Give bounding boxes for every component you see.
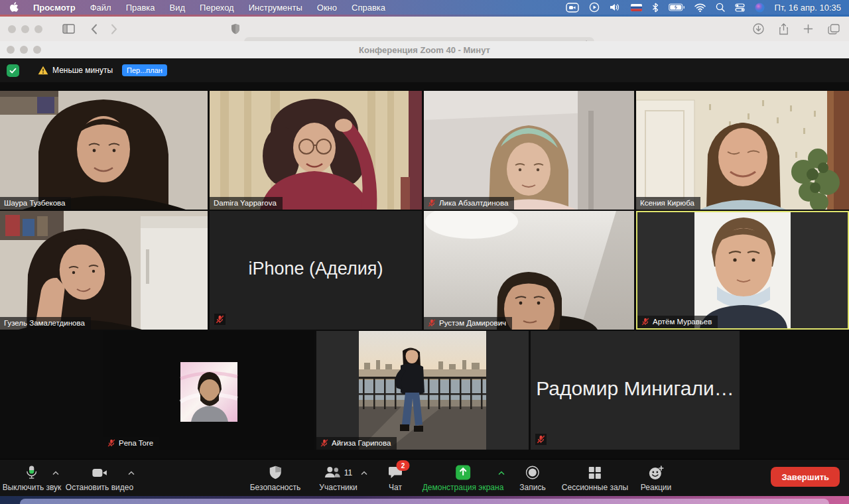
siri-icon[interactable] (755, 3, 765, 13)
menu-edit[interactable]: Правка (126, 3, 155, 13)
stop-video-button[interactable]: Остановить видео (62, 464, 137, 493)
share-screen-button[interactable]: Демонстрация экрана (419, 464, 508, 493)
video-tile[interactable]: Damira Yapparova (210, 91, 422, 210)
video-tile[interactable]: Рустэм Дамирович (424, 211, 634, 330)
privacy-shield-icon[interactable] (231, 23, 240, 34)
participant-name-tag: Рустэм Дамирович (424, 317, 512, 330)
video-camera-icon (92, 465, 107, 480)
breakout-rooms-icon (588, 465, 602, 480)
zoom-maximize-button[interactable] (33, 46, 41, 54)
security-shield-icon (269, 465, 281, 480)
forward-icon[interactable] (111, 24, 117, 34)
encryption-shield-icon[interactable] (7, 64, 19, 77)
record-icon (526, 465, 540, 480)
tab-overview-icon[interactable] (828, 24, 840, 34)
participant-name: Damira Yapparova (214, 199, 277, 207)
participant-name: Артём Муравьев (653, 318, 712, 326)
video-tile[interactable]: Ксения Кирюба (636, 91, 849, 210)
video-tile[interactable]: iPhone (Аделия) (210, 211, 422, 330)
video-grid: Шаура Тузбекова (0, 82, 849, 459)
video-feed (0, 211, 208, 330)
zoom-minimize-button[interactable] (20, 46, 28, 54)
mute-options-caret[interactable] (51, 470, 61, 477)
video-feed (0, 91, 208, 210)
microphone-icon (25, 465, 38, 480)
share-screen-icon (456, 465, 471, 480)
desktop-wallpaper-strip (0, 496, 849, 504)
desktop: Просмотр Файл Правка Вид Переход Инструм… (0, 0, 849, 504)
media-play-icon[interactable] (589, 2, 600, 13)
breakout-rooms-button[interactable]: Сессионные залы (558, 464, 632, 493)
menu-window[interactable]: Окно (317, 3, 337, 13)
record-button[interactable]: Запись (515, 464, 549, 493)
profile-photo (316, 331, 529, 450)
sidebar-icon[interactable] (62, 24, 75, 34)
new-tab-icon[interactable] (803, 24, 813, 34)
share-icon[interactable] (779, 23, 789, 35)
participant-name-tag: Ксения Кирюба (636, 197, 700, 210)
participant-name-tag: Гузель Замалетдинова (0, 317, 91, 330)
video-tile[interactable]: Лика Абзалтдинова (424, 91, 634, 210)
menu-go[interactable]: Переход (200, 3, 234, 13)
spotlight-search-icon[interactable] (716, 3, 725, 12)
reactions-button[interactable]: Реакции (637, 464, 675, 493)
participants-icon (324, 466, 342, 479)
mute-button[interactable]: Выключить звук (0, 464, 65, 493)
participant-name: Рустэм Дамирович (439, 319, 506, 327)
chat-unread-badge: 2 (397, 460, 410, 471)
participants-options-caret[interactable] (359, 470, 369, 477)
participants-button[interactable]: 11 Участники (315, 464, 361, 493)
volume-icon[interactable] (610, 3, 621, 12)
menu-help[interactable]: Справка (352, 3, 385, 13)
zoom-window-button[interactable] (34, 25, 42, 33)
muted-mic-icon (214, 314, 226, 325)
bluetooth-icon[interactable] (652, 3, 659, 13)
video-options-caret[interactable] (127, 470, 137, 477)
zoom-window-title: Конференция Zoom 40 - Минут (0, 45, 849, 55)
flag-ru-icon[interactable] (631, 4, 642, 11)
participant-name: Айгиза Гарипова (332, 439, 391, 447)
muted-mic-icon (320, 439, 328, 447)
video-tile[interactable]: Айгиза Гарипова (316, 331, 529, 450)
participant-name: Лика Абзалтдинова (439, 199, 508, 207)
end-meeting-button[interactable]: Завершить (771, 467, 840, 487)
video-tile[interactable]: Радомир Минигали… (531, 331, 740, 450)
control-center-icon[interactable] (735, 3, 745, 12)
video-tile[interactable]: Шаура Тузбекова (0, 91, 208, 210)
participant-name-tag: Damira Yapparova (210, 197, 283, 210)
back-icon[interactable] (91, 24, 98, 34)
video-tile-active-speaker[interactable]: Артём Муравьев (636, 211, 849, 330)
zoom-title-bar: Конференция Zoom 40 - Минут (0, 41, 849, 59)
apple-icon[interactable] (9, 2, 19, 13)
video-feed (424, 211, 634, 330)
zoom-close-button[interactable] (7, 46, 15, 54)
screen-record-icon[interactable] (566, 3, 579, 13)
video-tile[interactable]: Гузель Замалетдинова (0, 211, 208, 330)
participant-display-name: Радомир Минигали… (531, 377, 740, 400)
menu-clock[interactable]: Пт, 16 апр. 10:35 (775, 3, 841, 13)
video-feed (210, 91, 422, 210)
background-window-edge (20, 499, 829, 504)
share-options-caret[interactable] (497, 470, 507, 477)
participant-display-name: iPhone (Аделия) (210, 259, 422, 279)
wifi-icon[interactable] (694, 3, 706, 12)
muted-mic-icon (428, 199, 436, 207)
menu-view[interactable]: Вид (170, 3, 186, 13)
security-button[interactable]: Безопасность (246, 464, 305, 493)
participant-name: Pena Tore (119, 439, 153, 447)
video-tile[interactable]: Pena Tore (103, 331, 314, 450)
menu-file[interactable]: Файл (90, 3, 111, 13)
upgrade-plan-button[interactable]: Пер...план (122, 64, 167, 76)
battery-icon[interactable] (669, 3, 685, 11)
meeting-controls-bar: Выключить звук Остановить видео Безопасн… (0, 459, 849, 497)
video-feed (636, 91, 849, 210)
menu-app-name[interactable]: Просмотр (33, 3, 76, 13)
participants-count: 11 (344, 468, 352, 477)
close-window-button[interactable] (8, 25, 16, 33)
menu-tools[interactable]: Инструменты (249, 3, 302, 13)
participant-name-tag: Артём Муравьев (637, 316, 718, 328)
downloads-icon[interactable] (753, 23, 764, 34)
minimize-window-button[interactable] (21, 25, 29, 33)
browser-toolbar: e.mail.ru (0, 17, 849, 42)
chat-button[interactable]: 2 Чат (385, 464, 407, 493)
